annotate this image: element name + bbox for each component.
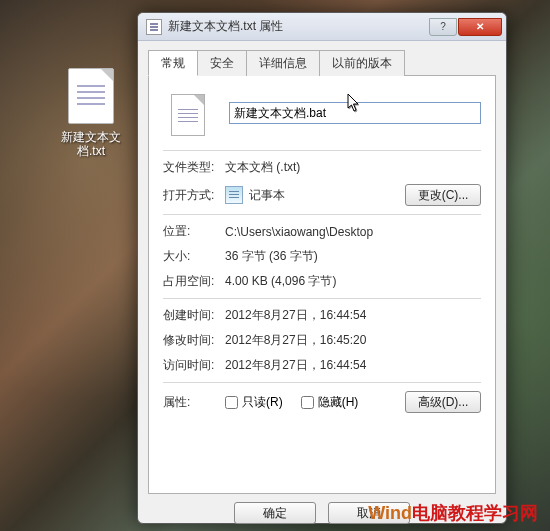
window-title: 新建文本文档.txt 属性: [168, 18, 428, 35]
separator: [163, 382, 481, 383]
label-accessed: 访问时间:: [163, 357, 225, 374]
advanced-button[interactable]: 高级(D)...: [405, 391, 481, 413]
file-type-icon: [171, 94, 205, 136]
label-size: 大小:: [163, 248, 225, 265]
tab-previous-versions[interactable]: 以前的版本: [319, 50, 405, 76]
separator: [163, 214, 481, 215]
value-modified: 2012年8月27日，16:45:20: [225, 332, 481, 349]
label-sizeondisk: 占用空间:: [163, 273, 225, 290]
text-file-icon: [146, 19, 162, 35]
tab-general[interactable]: 常规: [148, 50, 198, 76]
value-accessed: 2012年8月27日，16:44:54: [225, 357, 481, 374]
ok-button[interactable]: 确定: [234, 502, 316, 524]
label-filetype: 文件类型:: [163, 159, 225, 176]
value-sizeondisk: 4.00 KB (4,096 字节): [225, 273, 481, 290]
tab-strip: 常规 安全 详细信息 以前的版本: [148, 49, 496, 76]
titlebar[interactable]: 新建文本文档.txt 属性 ? ✕: [138, 13, 506, 41]
hidden-checkbox-label[interactable]: 隐藏(H): [301, 394, 359, 411]
properties-dialog: 新建文本文档.txt 属性 ? ✕ 常规 安全 详细信息 以前的版本 文件类型:…: [137, 12, 507, 524]
readonly-checkbox-label[interactable]: 只读(R): [225, 394, 283, 411]
value-size: 36 字节 (36 字节): [225, 248, 481, 265]
label-openswith: 打开方式:: [163, 187, 225, 204]
tab-panel-general: 文件类型: 文本文档 (.txt) 打开方式: 记事本 更改(C)... 位置:…: [148, 76, 496, 494]
value-created: 2012年8月27日，16:44:54: [225, 307, 481, 324]
value-location: C:\Users\xiaowang\Desktop: [225, 225, 481, 239]
change-button[interactable]: 更改(C)...: [405, 184, 481, 206]
help-button[interactable]: ?: [429, 18, 457, 36]
label-location: 位置:: [163, 223, 225, 240]
value-openswith: 记事本: [249, 187, 285, 204]
readonly-checkbox[interactable]: [225, 396, 238, 409]
label-modified: 修改时间:: [163, 332, 225, 349]
desktop-file-icon[interactable]: 新建文本文档.txt: [52, 68, 130, 158]
label-attributes: 属性:: [163, 394, 225, 411]
label-created: 创建时间:: [163, 307, 225, 324]
desktop-file-label: 新建文本文档.txt: [52, 130, 130, 158]
value-filetype: 文本文档 (.txt): [225, 159, 481, 176]
tab-security[interactable]: 安全: [197, 50, 247, 76]
filename-input[interactable]: [229, 102, 481, 124]
separator: [163, 298, 481, 299]
separator: [163, 150, 481, 151]
notepad-icon: [225, 186, 243, 204]
hidden-checkbox[interactable]: [301, 396, 314, 409]
text-file-icon: [68, 68, 114, 124]
watermark: Wind电脑教程学习网: [368, 501, 538, 525]
close-button[interactable]: ✕: [458, 18, 502, 36]
tab-details[interactable]: 详细信息: [246, 50, 320, 76]
